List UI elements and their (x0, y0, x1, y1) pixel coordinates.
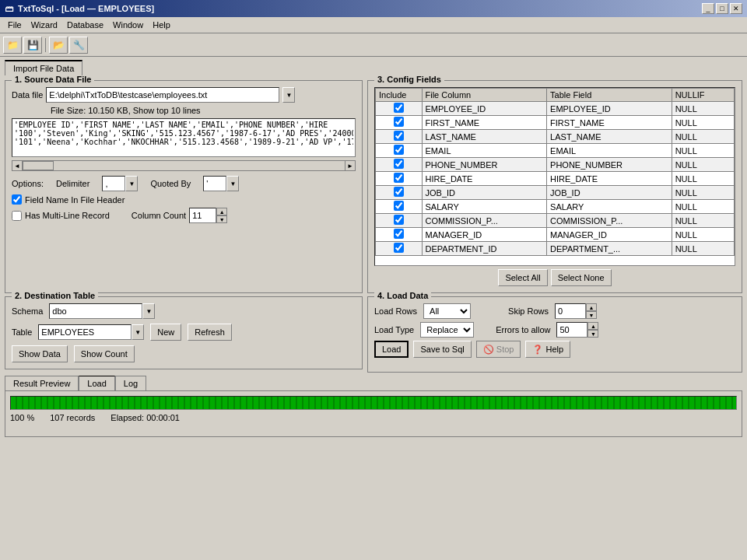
select-all-button[interactable]: Select All (498, 269, 547, 286)
row-include-checkbox[interactable] (394, 103, 404, 113)
row-file-col: EMPLOYEE_ID (422, 102, 547, 116)
menu-file[interactable]: File (3, 19, 26, 31)
row-file-col: LAST_NAME (422, 130, 547, 144)
skip-rows-input[interactable] (555, 303, 586, 319)
errors-up[interactable]: ▲ (587, 322, 598, 330)
row-nullif: NULL (672, 144, 734, 158)
select-none-button[interactable]: Select None (551, 269, 612, 286)
scroll-thumb[interactable] (23, 161, 54, 170)
tab-load[interactable]: Load (79, 376, 114, 390)
row-table-field: COMMISSION_P... (547, 214, 672, 228)
table-row[interactable]: JOB_IDJOB_IDNULL (376, 186, 735, 200)
table-row[interactable]: PHONE_NUMBERPHONE_NUMBERNULL (376, 158, 735, 172)
new-button[interactable]: New (150, 324, 181, 341)
skip-rows-down[interactable]: ▼ (586, 311, 597, 319)
table-row[interactable]: COMMISSION_P...COMMISSION_P...NULL (376, 214, 735, 228)
table-row[interactable]: LAST_NAMELAST_NAMENULL (376, 130, 735, 144)
row-include-checkbox[interactable] (394, 117, 404, 127)
column-count-down[interactable]: ▼ (216, 215, 227, 223)
menu-help[interactable]: Help (148, 19, 175, 31)
preview-line-1: 'EMPLOYEE_ID','FIRST_NAME','LAST_NAME','… (14, 121, 353, 129)
menu-database[interactable]: Database (62, 19, 108, 31)
delimiter-label: Delimiter (56, 179, 89, 188)
help-button[interactable]: ❓ Help (525, 341, 570, 358)
row-include-checkbox[interactable] (394, 173, 404, 183)
table-row[interactable]: SALARYSALARYNULL (376, 200, 735, 214)
config-section-title: 3. Config Fields (374, 75, 444, 84)
skip-rows-up[interactable]: ▲ (586, 303, 597, 311)
menu-window[interactable]: Window (108, 19, 148, 31)
delimiter-input[interactable] (102, 176, 125, 191)
row-table-field: PHONE_NUMBER (547, 158, 672, 172)
show-count-button[interactable]: Show Count (74, 345, 135, 362)
data-file-input[interactable] (46, 87, 279, 103)
refresh-button[interactable]: Refresh (188, 324, 232, 341)
field-name-header-checkbox[interactable] (12, 194, 22, 205)
tab-import-file-data[interactable]: Import File Data (5, 60, 82, 75)
menu-wizard[interactable]: Wizard (26, 19, 62, 31)
skip-rows-label: Skip Rows (508, 306, 549, 316)
table-row[interactable]: DEPARTMENT_IDDEPARTMENT_...NULL (376, 242, 735, 256)
preview-line-3: '101','Neena','Kochhar','NKOCHHAR','515.… (14, 138, 353, 146)
scroll-track[interactable] (23, 160, 345, 171)
row-include-checkbox[interactable] (394, 187, 404, 197)
col-header-nullif: NULLIF (672, 89, 734, 102)
config-grid-container[interactable]: Include File Column Table Field NULLIF E… (374, 87, 735, 266)
errors-down[interactable]: ▼ (587, 330, 598, 338)
toolbar-folder-button[interactable]: 📂 (49, 37, 68, 54)
tab-result-preview[interactable]: Result Preview (5, 376, 79, 390)
scroll-right-button[interactable]: ► (345, 160, 356, 171)
column-count-up[interactable]: ▲ (216, 208, 227, 215)
delimiter-dropdown[interactable]: ▼ (125, 176, 138, 191)
top-section: 1. Source Data File Data file ▼ File Siz… (5, 80, 742, 293)
table-dropdown[interactable]: ▼ (132, 324, 144, 340)
elapsed-text: Elapsed: 00:00:01 (110, 413, 180, 422)
scroll-left-button[interactable]: ◄ (12, 160, 23, 171)
load-section: 4. Load Data Load Rows All First N Skip … (367, 296, 742, 373)
schema-input[interactable] (49, 303, 142, 319)
row-table-field: EMPLOYEE_ID (547, 102, 672, 116)
quoted-by-input[interactable] (203, 176, 226, 191)
row-include-checkbox[interactable] (394, 159, 404, 169)
multi-line-row: Has Multi-Line Record Column Count ▲ ▼ (12, 208, 356, 223)
maximize-button[interactable]: □ (716, 3, 728, 14)
row-include-checkbox[interactable] (394, 201, 404, 211)
load-type-label: Load Type (374, 325, 414, 334)
tab-log[interactable]: Log (115, 376, 146, 390)
table-row[interactable]: EMAILEMAILNULL (376, 144, 735, 158)
column-count-input[interactable] (189, 208, 216, 223)
table-input[interactable] (38, 324, 132, 340)
row-include-checkbox[interactable] (394, 131, 404, 141)
load-type-select[interactable]: Replace Append Insert (420, 322, 474, 338)
load-button[interactable]: Load (374, 341, 409, 358)
destination-load-row: 2. Destination Table Schema ▼ Table ▼ Ne… (5, 296, 742, 373)
toolbar-open-button[interactable]: 📁 (3, 37, 22, 54)
quoted-by-dropdown[interactable]: ▼ (226, 176, 239, 191)
errors-spinner: ▲ ▼ (556, 322, 598, 338)
row-include-checkbox[interactable] (394, 145, 404, 155)
schema-dropdown[interactable]: ▼ (142, 303, 155, 319)
minimize-button[interactable]: _ (702, 3, 714, 14)
toolbar-settings-button[interactable]: 🔧 (69, 37, 88, 54)
load-rows-select[interactable]: All First N Skip N (423, 303, 471, 319)
table-row[interactable]: FIRST_NAMEFIRST_NAMENULL (376, 116, 735, 130)
progress-bar (11, 397, 736, 409)
field-name-header-row: Field Name In File Header (12, 194, 356, 205)
show-data-button[interactable]: Show Data (12, 345, 68, 362)
row-include-checkbox[interactable] (394, 229, 404, 239)
stop-label: Stop (496, 345, 514, 354)
errors-input[interactable] (556, 322, 587, 338)
row-table-field: DEPARTMENT_... (547, 242, 672, 256)
destination-section: 2. Destination Table Schema ▼ Table ▼ Ne… (5, 296, 363, 369)
close-button[interactable]: ✕ (730, 3, 742, 14)
data-file-browse-button[interactable]: ▼ (282, 87, 295, 103)
table-row[interactable]: HIRE_DATEHIRE_DATENULL (376, 172, 735, 186)
toolbar-save-button[interactable]: 💾 (23, 37, 42, 54)
row-include-checkbox[interactable] (394, 243, 404, 253)
save-sql-button[interactable]: Save to Sql (413, 341, 471, 358)
row-include-checkbox[interactable] (394, 215, 404, 225)
table-row[interactable]: MANAGER_IDMANAGER_IDNULL (376, 228, 735, 242)
preview-line-2: '100','Steven','King','SKING','515.123.4… (14, 129, 353, 138)
multi-line-checkbox[interactable] (12, 211, 22, 221)
table-row[interactable]: EMPLOYEE_IDEMPLOYEE_IDNULL (376, 102, 735, 116)
